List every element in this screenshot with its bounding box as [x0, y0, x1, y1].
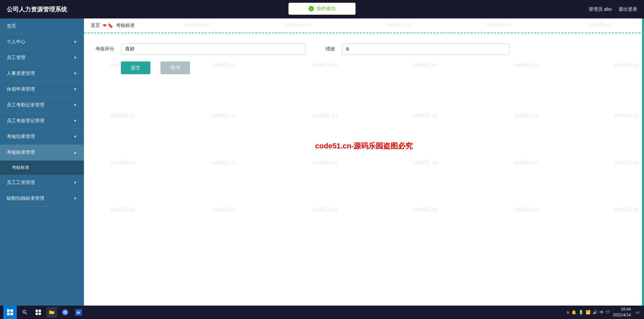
- input-rating[interactable]: [121, 43, 306, 55]
- chevron-down-icon-8: ▼: [73, 180, 77, 185]
- watermark-21: code51.cn: [413, 160, 438, 166]
- bookmark-icon: 🔖: [107, 23, 113, 28]
- sidebar-label-leave: 休假申请管理: [7, 86, 35, 92]
- svg-point-12: [64, 312, 66, 313]
- form-row-rating: 考核评分 绩效: [91, 43, 637, 55]
- sidebar-item-results[interactable]: 考核结果管理 ▼: [0, 129, 84, 145]
- chevron-down-icon: ▼: [73, 40, 77, 44]
- taskbar: W ∧ 🔔 🔋 📶 🔊 中 🛡 16:44 2021/4/14 ▭: [0, 306, 644, 319]
- show-desktop-button[interactable]: ▭: [634, 310, 641, 315]
- chevron-down-icon-5: ▼: [73, 103, 77, 107]
- watermark-15: code51.cn: [413, 112, 438, 119]
- sidebar-label-hr-changes: 人事变更管理: [7, 71, 35, 77]
- watermark-13: code51.cn: [212, 112, 236, 119]
- svg-rect-1: [10, 309, 13, 312]
- sidebar-label-personal: 个人中心: [7, 39, 26, 45]
- system-tray: ∧ 🔔 🔋 📶 🔊 中 🛡: [566, 310, 610, 315]
- sidebar-item-personal[interactable]: 个人中心 ▼: [0, 34, 84, 50]
- tray-lang[interactable]: 中: [600, 310, 604, 315]
- chrome-button[interactable]: [60, 307, 71, 318]
- submit-button[interactable]: 提交: [121, 61, 150, 74]
- toast-notification: ✓ 操作成功: [288, 3, 356, 15]
- watermark-26: code51.cn: [312, 207, 337, 213]
- sidebar-item-hr-changes[interactable]: 人事变更管理 ▼: [0, 66, 84, 82]
- tray-notification-icon: 🔔: [571, 310, 577, 315]
- chevron-up-icon: ▲: [73, 150, 77, 155]
- sidebar-item-attendance[interactable]: 员工考勤记录管理 ▼: [0, 97, 84, 113]
- search-taskbar-button[interactable]: [19, 307, 30, 318]
- sidebar-sub-label-std-detail: 考核标准: [12, 165, 29, 170]
- system-clock[interactable]: 16:44 2021/4/14: [613, 307, 631, 318]
- logout-button[interactable]: 退出登录: [618, 6, 637, 12]
- watermark-23: code51.cn: [614, 160, 639, 166]
- svg-rect-7: [39, 310, 41, 312]
- watermark-25: code51.cn: [212, 207, 236, 213]
- watermark-19: code51.cn: [212, 160, 236, 166]
- sidebar: 首页 个人中心 ▼ 员工管理 ▼ 人事变更管理 ▼ 休假申请管理 ▼ 员工考勤记…: [0, 18, 84, 306]
- red-watermark: code51.cn-源码乐园盗图必究: [315, 141, 413, 151]
- taskbar-right: ∧ 🔔 🔋 📶 🔊 中 🛡 16:44 2021/4/14 ▭: [566, 307, 641, 318]
- svg-rect-9: [39, 313, 41, 315]
- windows-start-button[interactable]: [3, 306, 17, 319]
- sidebar-item-assessment[interactable]: 员工考核登记管理 ▼: [0, 113, 84, 129]
- chevron-down-icon-4: ▼: [73, 87, 77, 92]
- svg-text:W: W: [77, 311, 80, 315]
- sidebar-label-standards: 考核标准管理: [7, 149, 35, 155]
- sidebar-sub-item-std-detail[interactable]: 考核标准: [0, 161, 84, 175]
- watermark-20: code51.cn: [312, 160, 337, 166]
- breadcrumb-home[interactable]: 首页: [91, 22, 100, 29]
- watermark-16: code51.cn: [514, 112, 539, 119]
- word-button[interactable]: W: [73, 307, 84, 318]
- breadcrumb-icons: ❤ 🔖: [103, 23, 113, 28]
- svg-rect-3: [10, 313, 13, 315]
- cancel-button[interactable]: 取消: [160, 61, 190, 74]
- watermark-22: code51.cn: [514, 160, 539, 166]
- main-layout: 首页 个人中心 ▼ 员工管理 ▼ 人事变更管理 ▼ 休假申请管理 ▼ 员工考勤记…: [0, 18, 644, 306]
- sidebar-label-home: 首页: [7, 23, 16, 29]
- heart-icon: ❤: [103, 23, 107, 28]
- sidebar-label-attendance: 员工考勤记录管理: [7, 102, 44, 108]
- toast-success-icon: ✓: [309, 6, 314, 11]
- svg-rect-8: [36, 313, 38, 315]
- svg-rect-2: [7, 313, 10, 315]
- breadcrumb-separator: 考核标准: [116, 22, 135, 29]
- clock-time: 16:44: [613, 307, 631, 312]
- sidebar-item-salary[interactable]: 员工工资管理 ▼: [0, 175, 84, 191]
- watermark-28: code51.cn: [514, 207, 539, 213]
- app-title: 公司人力资源管理系统: [7, 5, 67, 13]
- chevron-down-icon-2: ▼: [73, 55, 77, 60]
- watermark-14: code51.cn: [312, 112, 337, 119]
- watermark-24: code51.cn: [111, 207, 136, 213]
- input-score[interactable]: [342, 43, 510, 55]
- main-content: code51.cn code51.cn code51.cn code51.cn …: [84, 18, 644, 306]
- sidebar-label-deductions: 缺勤扣钱标准管理: [7, 195, 44, 201]
- task-view-button[interactable]: [33, 307, 44, 318]
- watermark-17: code51.cn: [614, 112, 639, 119]
- sidebar-label-assessment: 员工考核登记管理: [7, 118, 44, 124]
- tray-up-arrow[interactable]: ∧: [566, 310, 569, 315]
- clock-date: 2021/4/14: [613, 312, 631, 318]
- tray-volume-icon: 🔊: [593, 310, 598, 315]
- sidebar-item-standards[interactable]: 考核标准管理 ▲: [0, 145, 84, 161]
- watermark-12: code51.cn: [111, 112, 136, 119]
- header-right: 管理员 abo 退出登录: [589, 6, 637, 12]
- chevron-down-icon-9: ▼: [73, 196, 77, 201]
- tray-wifi-icon: 📶: [586, 310, 591, 315]
- taskbar-left: W: [3, 306, 84, 319]
- label-rating: 考核评分: [91, 46, 114, 52]
- file-explorer-button[interactable]: [46, 307, 57, 318]
- sidebar-label-salary: 员工工资管理: [7, 180, 35, 186]
- chevron-down-icon-6: ▼: [73, 119, 77, 123]
- header: 公司人力资源管理系统 ✓ 操作成功 管理员 abo 退出登录: [0, 0, 644, 18]
- tray-antivirus-icon: 🛡: [606, 310, 610, 315]
- toast-message: 操作成功: [317, 6, 335, 12]
- form-area: 考核评分 绩效 提交 取消: [84, 33, 644, 91]
- breadcrumb: 首页 ❤ 🔖 考核标准: [84, 18, 644, 33]
- svg-point-4: [23, 310, 26, 313]
- sidebar-item-leave[interactable]: 休假申请管理 ▼: [0, 82, 84, 97]
- sidebar-item-home[interactable]: 首页: [0, 18, 84, 34]
- sidebar-label-employee: 员工管理: [7, 55, 26, 61]
- sidebar-item-deductions[interactable]: 缺勤扣钱标准管理 ▼: [0, 191, 84, 207]
- sidebar-item-employee[interactable]: 员工管理 ▼: [0, 50, 84, 66]
- svg-rect-6: [36, 310, 38, 312]
